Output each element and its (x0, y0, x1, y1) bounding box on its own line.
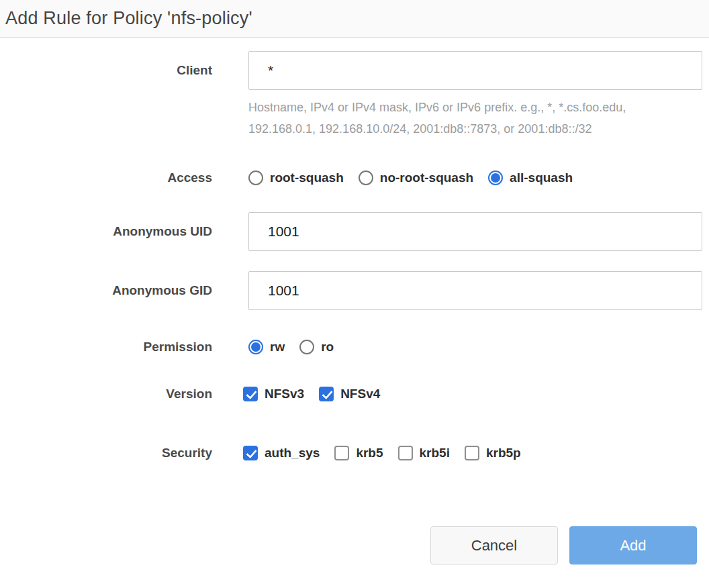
radio-icon (248, 170, 263, 185)
security-option-krb5p[interactable]: krb5p (465, 446, 521, 460)
add-button[interactable]: Add (569, 526, 697, 565)
checkbox-icon (243, 387, 258, 401)
option-label: NFSv4 (340, 387, 380, 401)
anonymous-uid-row: Anonymous UID (0, 212, 709, 251)
access-radio-group: root-squash no-root-squash all-squash (248, 170, 573, 185)
permission-label: Permission (0, 340, 212, 354)
dialog-title: Add Rule for Policy 'nfs-policy' (5, 8, 252, 29)
anonymous-gid-label: Anonymous GID (0, 283, 212, 298)
security-option-auth-sys[interactable]: auth_sys (243, 446, 320, 460)
option-label: ro (321, 340, 334, 354)
radio-icon (488, 170, 503, 185)
radio-icon (248, 340, 263, 354)
security-checkbox-group: auth_sys krb5 krb5i krb5p (243, 446, 521, 460)
access-row: Access root-squash no-root-squash all-sq… (0, 170, 709, 185)
client-helper-text: Hostname, IPv4 or IPv4 mask, IPv6 or IPv… (248, 97, 702, 140)
anonymous-uid-input[interactable] (248, 212, 702, 251)
option-label: krb5 (356, 446, 383, 460)
security-option-krb5[interactable]: krb5 (334, 446, 383, 460)
option-label: root-squash (270, 170, 344, 185)
version-label: Version (0, 387, 212, 401)
version-option-nfsv4[interactable]: NFSv4 (319, 387, 380, 401)
option-label: rw (270, 340, 285, 354)
anonymous-gid-input[interactable] (248, 271, 702, 310)
access-option-root-squash[interactable]: root-squash (248, 170, 344, 185)
client-label: Client (0, 63, 212, 78)
checkbox-icon (243, 446, 258, 460)
client-row: Client Hostname, IPv4 or IPv4 mask, IPv6… (0, 51, 709, 140)
option-label: NFSv3 (265, 387, 304, 401)
option-label: krb5i (420, 446, 450, 460)
anonymous-uid-label: Anonymous UID (0, 224, 212, 239)
option-label: auth_sys (265, 446, 320, 460)
access-option-all-squash[interactable]: all-squash (488, 170, 573, 185)
access-label: Access (0, 170, 212, 185)
add-rule-form: Client Hostname, IPv4 or IPv4 mask, IPv6… (0, 38, 709, 565)
radio-icon (359, 170, 373, 185)
checkbox-icon (465, 446, 479, 460)
option-label: no-root-squash (380, 170, 473, 185)
version-option-nfsv3[interactable]: NFSv3 (243, 387, 304, 401)
dialog-header: Add Rule for Policy 'nfs-policy' (0, 0, 709, 38)
permission-option-ro[interactable]: ro (299, 340, 334, 354)
client-input[interactable] (248, 51, 702, 90)
client-helper-line-1: Hostname, IPv4 or IPv4 mask, IPv6 or IPv… (248, 97, 702, 118)
checkbox-icon (334, 446, 349, 460)
access-option-no-root-squash[interactable]: no-root-squash (359, 170, 473, 185)
cancel-button[interactable]: Cancel (430, 526, 558, 565)
option-label: all-squash (510, 170, 573, 185)
security-row: Security auth_sys krb5 krb5i krb5p (0, 446, 709, 460)
security-option-krb5i[interactable]: krb5i (398, 446, 450, 460)
dialog-footer: Cancel Add (0, 526, 709, 565)
checkbox-icon (319, 387, 334, 401)
version-row: Version NFSv3 NFSv4 (0, 387, 709, 401)
option-label: krb5p (486, 446, 521, 460)
security-label: Security (0, 446, 212, 460)
add-rule-dialog: Add Rule for Policy 'nfs-policy' Client … (0, 0, 709, 588)
anonymous-gid-row: Anonymous GID (0, 271, 709, 310)
permission-radio-group: rw ro (248, 340, 334, 354)
permission-option-rw[interactable]: rw (248, 340, 285, 354)
checkbox-icon (398, 446, 413, 460)
radio-icon (299, 340, 314, 354)
client-helper-line-2: 192.168.0.1, 192.168.10.0/24, 2001:db8::… (248, 118, 702, 140)
version-checkbox-group: NFSv3 NFSv4 (243, 387, 380, 401)
permission-row: Permission rw ro (0, 340, 709, 354)
